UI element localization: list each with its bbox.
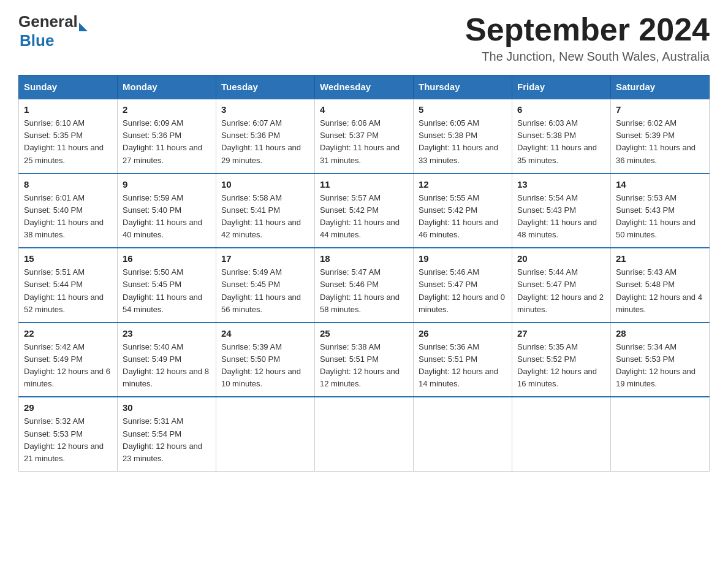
day-number: 23 (123, 328, 211, 339)
day-cell: 27Sunrise: 5:35 AMSunset: 5:52 PMDayligh… (512, 323, 611, 397)
day-info: Sunrise: 5:55 AMSunset: 5:42 PMDaylight:… (419, 192, 507, 242)
day-cell: 15Sunrise: 5:51 AMSunset: 5:44 PMDayligh… (19, 248, 118, 323)
day-number: 24 (221, 328, 309, 339)
day-cell: 28Sunrise: 5:34 AMSunset: 5:53 PMDayligh… (611, 323, 710, 397)
day-cell: 20Sunrise: 5:44 AMSunset: 5:47 PMDayligh… (512, 248, 611, 323)
day-info: Sunrise: 6:03 AMSunset: 5:38 PMDaylight:… (517, 117, 605, 167)
day-number: 21 (616, 253, 704, 264)
day-number: 22 (24, 328, 112, 339)
day-cell: 21Sunrise: 5:43 AMSunset: 5:48 PMDayligh… (611, 248, 710, 323)
day-cell: 13Sunrise: 5:54 AMSunset: 5:43 PMDayligh… (512, 174, 611, 248)
day-info: Sunrise: 5:35 AMSunset: 5:52 PMDaylight:… (517, 341, 605, 391)
day-number: 15 (24, 253, 112, 264)
day-info: Sunrise: 5:43 AMSunset: 5:48 PMDaylight:… (616, 266, 704, 316)
day-cell: 4Sunrise: 6:06 AMSunset: 5:37 PMDaylight… (315, 99, 414, 174)
day-cell: 22Sunrise: 5:42 AMSunset: 5:49 PMDayligh… (19, 323, 118, 397)
location-subtitle: The Junction, New South Wales, Australia (465, 50, 710, 64)
day-info: Sunrise: 5:54 AMSunset: 5:43 PMDaylight:… (517, 192, 605, 242)
day-info: Sunrise: 6:02 AMSunset: 5:39 PMDaylight:… (616, 117, 704, 167)
logo-arrow-icon (79, 23, 88, 31)
day-info: Sunrise: 5:46 AMSunset: 5:47 PMDaylight:… (419, 266, 507, 316)
day-number: 16 (123, 253, 211, 264)
day-cell: 17Sunrise: 5:49 AMSunset: 5:45 PMDayligh… (216, 248, 315, 323)
day-cell: 9Sunrise: 5:59 AMSunset: 5:40 PMDaylight… (118, 174, 216, 248)
day-info: Sunrise: 5:36 AMSunset: 5:51 PMDaylight:… (419, 341, 507, 391)
day-info: Sunrise: 5:49 AMSunset: 5:45 PMDaylight:… (221, 266, 309, 316)
day-number: 12 (419, 179, 507, 190)
day-info: Sunrise: 5:42 AMSunset: 5:49 PMDaylight:… (24, 341, 112, 391)
day-cell: 24Sunrise: 5:39 AMSunset: 5:50 PMDayligh… (216, 323, 315, 397)
day-cell: 30Sunrise: 5:31 AMSunset: 5:54 PMDayligh… (118, 397, 216, 471)
day-info: Sunrise: 5:50 AMSunset: 5:45 PMDaylight:… (123, 266, 211, 316)
day-info: Sunrise: 5:51 AMSunset: 5:44 PMDaylight:… (24, 266, 112, 316)
day-header-sunday: Sunday (19, 75, 118, 99)
day-cell: 3Sunrise: 6:07 AMSunset: 5:36 PMDaylight… (216, 99, 315, 174)
day-info: Sunrise: 5:39 AMSunset: 5:50 PMDaylight:… (221, 341, 309, 391)
day-info: Sunrise: 5:40 AMSunset: 5:49 PMDaylight:… (123, 341, 211, 391)
page-header: General Blue September 2024 The Junction… (18, 12, 710, 64)
month-title: September 2024 (465, 12, 710, 47)
day-cell: 16Sunrise: 5:50 AMSunset: 5:45 PMDayligh… (118, 248, 216, 323)
day-number: 13 (517, 179, 605, 190)
day-cell: 8Sunrise: 6:01 AMSunset: 5:40 PMDaylight… (19, 174, 118, 248)
day-number: 11 (320, 179, 408, 190)
day-number: 1 (24, 104, 112, 115)
days-header-row: SundayMondayTuesdayWednesdayThursdayFrid… (19, 75, 710, 99)
day-number: 14 (616, 179, 704, 190)
day-header-monday: Monday (118, 75, 216, 99)
day-header-saturday: Saturday (611, 75, 710, 99)
day-info: Sunrise: 5:31 AMSunset: 5:54 PMDaylight:… (123, 415, 211, 465)
day-number: 8 (24, 179, 112, 190)
day-cell: 29Sunrise: 5:32 AMSunset: 5:53 PMDayligh… (19, 397, 118, 471)
week-row-4: 22Sunrise: 5:42 AMSunset: 5:49 PMDayligh… (19, 323, 710, 397)
day-number: 9 (123, 179, 211, 190)
day-number: 27 (517, 328, 605, 339)
day-info: Sunrise: 5:58 AMSunset: 5:41 PMDaylight:… (221, 192, 309, 242)
day-cell: 10Sunrise: 5:58 AMSunset: 5:41 PMDayligh… (216, 174, 315, 248)
day-header-tuesday: Tuesday (216, 75, 315, 99)
day-cell: 25Sunrise: 5:38 AMSunset: 5:51 PMDayligh… (315, 323, 414, 397)
day-cell: 6Sunrise: 6:03 AMSunset: 5:38 PMDaylight… (512, 99, 611, 174)
calendar-table: SundayMondayTuesdayWednesdayThursdayFrid… (18, 75, 710, 472)
day-info: Sunrise: 6:05 AMSunset: 5:38 PMDaylight:… (419, 117, 507, 167)
day-info: Sunrise: 5:47 AMSunset: 5:46 PMDaylight:… (320, 266, 408, 316)
day-info: Sunrise: 6:09 AMSunset: 5:36 PMDaylight:… (123, 117, 211, 167)
day-info: Sunrise: 5:57 AMSunset: 5:42 PMDaylight:… (320, 192, 408, 242)
day-cell: 12Sunrise: 5:55 AMSunset: 5:42 PMDayligh… (414, 174, 512, 248)
day-number: 4 (320, 104, 408, 115)
day-cell: 14Sunrise: 5:53 AMSunset: 5:43 PMDayligh… (611, 174, 710, 248)
day-cell: 19Sunrise: 5:46 AMSunset: 5:47 PMDayligh… (414, 248, 512, 323)
day-number: 26 (419, 328, 507, 339)
day-number: 29 (24, 402, 112, 413)
day-info: Sunrise: 6:10 AMSunset: 5:35 PMDaylight:… (24, 117, 112, 167)
day-info: Sunrise: 5:53 AMSunset: 5:43 PMDaylight:… (616, 192, 704, 242)
day-cell (315, 397, 414, 471)
day-cell: 1Sunrise: 6:10 AMSunset: 5:35 PMDaylight… (19, 99, 118, 174)
day-cell: 26Sunrise: 5:36 AMSunset: 5:51 PMDayligh… (414, 323, 512, 397)
day-header-thursday: Thursday (414, 75, 512, 99)
logo: General Blue (18, 12, 88, 50)
day-number: 19 (419, 253, 507, 264)
day-info: Sunrise: 5:32 AMSunset: 5:53 PMDaylight:… (24, 415, 112, 465)
day-cell (512, 397, 611, 471)
day-info: Sunrise: 6:07 AMSunset: 5:36 PMDaylight:… (221, 117, 309, 167)
day-number: 17 (221, 253, 309, 264)
week-row-2: 8Sunrise: 6:01 AMSunset: 5:40 PMDaylight… (19, 174, 710, 248)
day-cell: 23Sunrise: 5:40 AMSunset: 5:49 PMDayligh… (118, 323, 216, 397)
day-number: 28 (616, 328, 704, 339)
day-cell: 5Sunrise: 6:05 AMSunset: 5:38 PMDaylight… (414, 99, 512, 174)
week-row-1: 1Sunrise: 6:10 AMSunset: 5:35 PMDaylight… (19, 99, 710, 174)
day-cell (414, 397, 512, 471)
day-number: 20 (517, 253, 605, 264)
day-cell: 2Sunrise: 6:09 AMSunset: 5:36 PMDaylight… (118, 99, 216, 174)
day-info: Sunrise: 5:59 AMSunset: 5:40 PMDaylight:… (123, 192, 211, 242)
day-number: 18 (320, 253, 408, 264)
logo-general: General (18, 12, 78, 31)
day-info: Sunrise: 5:34 AMSunset: 5:53 PMDaylight:… (616, 341, 704, 391)
day-cell: 7Sunrise: 6:02 AMSunset: 5:39 PMDaylight… (611, 99, 710, 174)
day-header-wednesday: Wednesday (315, 75, 414, 99)
day-cell (216, 397, 315, 471)
title-section: September 2024 The Junction, New South W… (465, 12, 710, 64)
day-number: 3 (221, 104, 309, 115)
day-header-friday: Friday (512, 75, 611, 99)
